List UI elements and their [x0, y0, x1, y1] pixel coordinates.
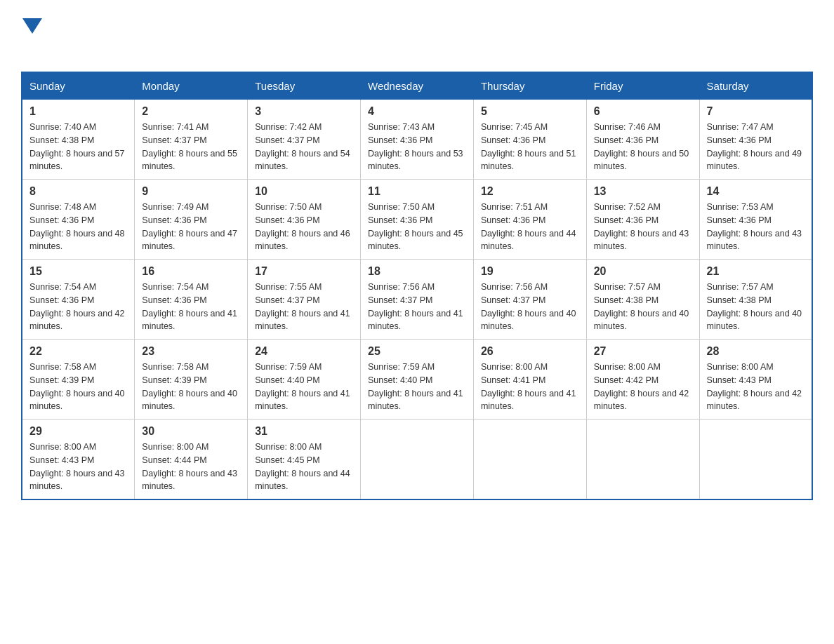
- calendar-day-cell: [361, 420, 474, 500]
- day-info: Sunrise: 7:59 AMSunset: 4:40 PMDaylight:…: [368, 362, 463, 411]
- day-of-week-header: Sunday: [22, 72, 135, 100]
- day-number: 20: [594, 265, 692, 278]
- page-header: [21, 14, 813, 58]
- day-number: 4: [368, 105, 466, 118]
- logo: [21, 14, 42, 58]
- day-info: Sunrise: 7:55 AMSunset: 4:37 PMDaylight:…: [255, 282, 350, 331]
- day-number: 14: [707, 185, 805, 198]
- calendar-day-cell: 28 Sunrise: 8:00 AMSunset: 4:43 PMDaylig…: [699, 340, 812, 420]
- calendar-day-cell: 9 Sunrise: 7:49 AMSunset: 4:36 PMDayligh…: [135, 180, 248, 260]
- day-info: Sunrise: 7:53 AMSunset: 4:36 PMDaylight:…: [707, 202, 802, 251]
- day-info: Sunrise: 7:58 AMSunset: 4:39 PMDaylight:…: [29, 362, 125, 411]
- day-of-week-header: Thursday: [473, 72, 586, 100]
- calendar-day-cell: 26 Sunrise: 8:00 AMSunset: 4:41 PMDaylig…: [473, 340, 586, 420]
- day-info: Sunrise: 7:40 AMSunset: 4:38 PMDaylight:…: [29, 122, 125, 171]
- calendar-day-cell: 6 Sunrise: 7:46 AMSunset: 4:36 PMDayligh…: [586, 100, 699, 180]
- day-number: 15: [29, 265, 127, 278]
- day-number: 8: [29, 185, 127, 198]
- day-number: 28: [707, 345, 805, 358]
- calendar-day-cell: 31 Sunrise: 8:00 AMSunset: 4:45 PMDaylig…: [248, 420, 361, 500]
- day-number: 10: [255, 185, 353, 198]
- day-number: 11: [368, 185, 466, 198]
- calendar-day-cell: [586, 420, 699, 500]
- calendar-day-cell: 24 Sunrise: 7:59 AMSunset: 4:40 PMDaylig…: [248, 340, 361, 420]
- calendar-week-row: 8 Sunrise: 7:48 AMSunset: 4:36 PMDayligh…: [22, 180, 812, 260]
- day-info: Sunrise: 7:45 AMSunset: 4:36 PMDaylight:…: [481, 122, 576, 171]
- day-info: Sunrise: 7:58 AMSunset: 4:39 PMDaylight:…: [142, 362, 237, 411]
- day-number: 30: [142, 425, 240, 438]
- day-info: Sunrise: 8:00 AMSunset: 4:43 PMDaylight:…: [707, 362, 802, 411]
- calendar-week-row: 15 Sunrise: 7:54 AMSunset: 4:36 PMDaylig…: [22, 260, 812, 340]
- calendar-day-cell: 21 Sunrise: 7:57 AMSunset: 4:38 PMDaylig…: [699, 260, 812, 340]
- day-info: Sunrise: 7:46 AMSunset: 4:36 PMDaylight:…: [594, 122, 689, 171]
- day-info: Sunrise: 7:41 AMSunset: 4:37 PMDaylight:…: [142, 122, 237, 171]
- day-info: Sunrise: 7:43 AMSunset: 4:36 PMDaylight:…: [368, 122, 463, 171]
- day-number: 12: [481, 185, 579, 198]
- day-info: Sunrise: 8:00 AMSunset: 4:41 PMDaylight:…: [481, 362, 576, 411]
- calendar-day-cell: 19 Sunrise: 7:56 AMSunset: 4:37 PMDaylig…: [473, 260, 586, 340]
- calendar-day-cell: 17 Sunrise: 7:55 AMSunset: 4:37 PMDaylig…: [248, 260, 361, 340]
- day-info: Sunrise: 7:56 AMSunset: 4:37 PMDaylight:…: [368, 282, 463, 331]
- day-number: 17: [255, 265, 353, 278]
- day-number: 23: [142, 345, 240, 358]
- calendar-day-cell: 7 Sunrise: 7:47 AMSunset: 4:36 PMDayligh…: [699, 100, 812, 180]
- day-number: 9: [142, 185, 240, 198]
- day-number: 24: [255, 345, 353, 358]
- day-info: Sunrise: 7:57 AMSunset: 4:38 PMDaylight:…: [594, 282, 689, 331]
- day-number: 21: [707, 265, 805, 278]
- day-number: 16: [142, 265, 240, 278]
- day-info: Sunrise: 8:00 AMSunset: 4:43 PMDaylight:…: [29, 442, 125, 491]
- day-info: Sunrise: 7:42 AMSunset: 4:37 PMDaylight:…: [255, 122, 350, 171]
- calendar-day-cell: [473, 420, 586, 500]
- day-info: Sunrise: 7:48 AMSunset: 4:36 PMDaylight:…: [29, 202, 125, 251]
- day-number: 1: [29, 105, 127, 118]
- day-info: Sunrise: 7:56 AMSunset: 4:37 PMDaylight:…: [481, 282, 576, 331]
- day-info: Sunrise: 7:50 AMSunset: 4:36 PMDaylight:…: [255, 202, 350, 251]
- day-number: 29: [29, 425, 127, 438]
- day-info: Sunrise: 8:00 AMSunset: 4:42 PMDaylight:…: [594, 362, 689, 411]
- calendar-day-cell: 25 Sunrise: 7:59 AMSunset: 4:40 PMDaylig…: [361, 340, 474, 420]
- day-number: 6: [594, 105, 692, 118]
- day-info: Sunrise: 7:54 AMSunset: 4:36 PMDaylight:…: [29, 282, 125, 331]
- day-number: 2: [142, 105, 240, 118]
- calendar-day-cell: 2 Sunrise: 7:41 AMSunset: 4:37 PMDayligh…: [135, 100, 248, 180]
- day-info: Sunrise: 7:49 AMSunset: 4:36 PMDaylight:…: [142, 202, 237, 251]
- calendar-day-cell: 11 Sunrise: 7:50 AMSunset: 4:36 PMDaylig…: [361, 180, 474, 260]
- calendar-day-cell: 27 Sunrise: 8:00 AMSunset: 4:42 PMDaylig…: [586, 340, 699, 420]
- calendar-day-cell: 10 Sunrise: 7:50 AMSunset: 4:36 PMDaylig…: [248, 180, 361, 260]
- calendar-day-cell: 22 Sunrise: 7:58 AMSunset: 4:39 PMDaylig…: [22, 340, 135, 420]
- calendar-day-cell: 15 Sunrise: 7:54 AMSunset: 4:36 PMDaylig…: [22, 260, 135, 340]
- day-of-week-header: Saturday: [699, 72, 812, 100]
- day-number: 27: [594, 345, 692, 358]
- calendar-day-cell: 30 Sunrise: 8:00 AMSunset: 4:44 PMDaylig…: [135, 420, 248, 500]
- calendar-week-row: 29 Sunrise: 8:00 AMSunset: 4:43 PMDaylig…: [22, 420, 812, 500]
- calendar-week-row: 1 Sunrise: 7:40 AMSunset: 4:38 PMDayligh…: [22, 100, 812, 180]
- calendar-table: SundayMondayTuesdayWednesdayThursdayFrid…: [21, 72, 813, 500]
- calendar-day-cell: 23 Sunrise: 7:58 AMSunset: 4:39 PMDaylig…: [135, 340, 248, 420]
- day-number: 13: [594, 185, 692, 198]
- logo-triangle-icon: [22, 18, 42, 34]
- day-number: 26: [481, 345, 579, 358]
- calendar-day-cell: 13 Sunrise: 7:52 AMSunset: 4:36 PMDaylig…: [586, 180, 699, 260]
- day-info: Sunrise: 8:00 AMSunset: 4:44 PMDaylight:…: [142, 442, 237, 491]
- day-number: 3: [255, 105, 353, 118]
- day-number: 31: [255, 425, 353, 438]
- day-number: 18: [368, 265, 466, 278]
- day-number: 7: [707, 105, 805, 118]
- calendar-day-cell: 16 Sunrise: 7:54 AMSunset: 4:36 PMDaylig…: [135, 260, 248, 340]
- day-of-week-header: Wednesday: [361, 72, 474, 100]
- calendar-header-row: SundayMondayTuesdayWednesdayThursdayFrid…: [22, 72, 812, 100]
- day-number: 5: [481, 105, 579, 118]
- calendar-day-cell: 1 Sunrise: 7:40 AMSunset: 4:38 PMDayligh…: [22, 100, 135, 180]
- day-info: Sunrise: 7:50 AMSunset: 4:36 PMDaylight:…: [368, 202, 463, 251]
- day-of-week-header: Monday: [135, 72, 248, 100]
- calendar-day-cell: 14 Sunrise: 7:53 AMSunset: 4:36 PMDaylig…: [699, 180, 812, 260]
- day-info: Sunrise: 7:47 AMSunset: 4:36 PMDaylight:…: [707, 122, 802, 171]
- calendar-day-cell: 8 Sunrise: 7:48 AMSunset: 4:36 PMDayligh…: [22, 180, 135, 260]
- day-of-week-header: Tuesday: [248, 72, 361, 100]
- calendar-day-cell: 18 Sunrise: 7:56 AMSunset: 4:37 PMDaylig…: [361, 260, 474, 340]
- calendar-week-row: 22 Sunrise: 7:58 AMSunset: 4:39 PMDaylig…: [22, 340, 812, 420]
- calendar-day-cell: 5 Sunrise: 7:45 AMSunset: 4:36 PMDayligh…: [473, 100, 586, 180]
- calendar-day-cell: [699, 420, 812, 500]
- day-number: 19: [481, 265, 579, 278]
